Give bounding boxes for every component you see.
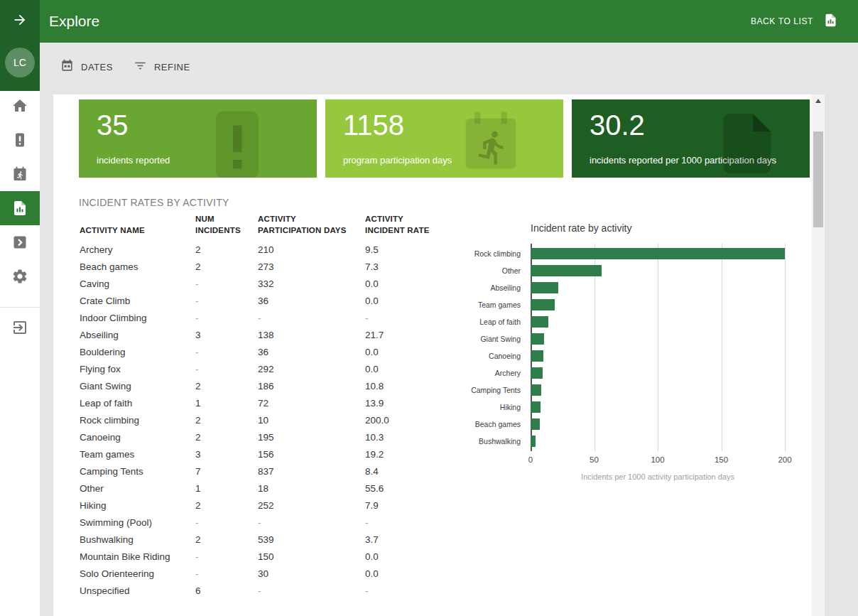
table-cell: Abseiling	[80, 330, 195, 340]
sidebar-item-incident-badge[interactable]	[0, 123, 40, 157]
chart-bar[interactable]	[531, 333, 544, 345]
chart-category-label: Hiking	[462, 399, 526, 416]
chart-bar[interactable]	[531, 350, 543, 362]
table-cell: -	[195, 347, 258, 357]
table-row: Rock climbing210200.0	[80, 411, 450, 428]
section-title: INCIDENT RATES BY ACTIVITY	[79, 197, 229, 208]
sidebar-item-activity-calendar[interactable]	[0, 157, 40, 191]
scrollbar-up-arrow[interactable]	[812, 94, 825, 107]
chart-category-label: Rock climbing	[462, 245, 526, 262]
stat-card-rate: 30.2 incidents reported per 1000 partici…	[572, 99, 810, 178]
chart-bar[interactable]	[531, 436, 536, 447]
chart-bar[interactable]	[531, 418, 540, 430]
sidebar-item-home[interactable]	[0, 89, 40, 123]
table-cell: 138	[258, 330, 365, 340]
avatar[interactable]: LC	[5, 48, 35, 77]
chart-bar[interactable]	[531, 401, 541, 413]
stat-value: 35	[97, 109, 129, 141]
refine-button[interactable]: REFINE	[134, 59, 190, 75]
sidebar-item-settings-gear[interactable]	[0, 259, 40, 293]
chart-bar[interactable]	[531, 299, 555, 310]
table-cell: 13.9	[365, 398, 450, 409]
table-row: Unspecified6--	[80, 582, 450, 599]
table-cell: 19.2	[365, 449, 450, 460]
chart-bar[interactable]	[531, 384, 541, 396]
table-row: Hiking22527.9	[80, 497, 450, 514]
chart-row: Abseiling	[462, 279, 795, 296]
table-header: ACTIVITY NAMENUMINCIDENTSACTIVITYPARTICI…	[80, 214, 450, 236]
table-cell: 55.6	[365, 483, 450, 494]
table-row: Other11855.6	[80, 480, 450, 497]
chart-bars: Rock climbingOtherAbseilingTeam gamesLea…	[462, 245, 795, 450]
table-cell: 9.5	[365, 244, 450, 255]
table-cell: -	[195, 517, 258, 528]
chart-category-label: Bushwalking	[462, 433, 526, 450]
table-cell: 156	[258, 449, 365, 460]
stat-label: program participation days	[343, 155, 452, 166]
chart-category-label: Leap of faith	[462, 313, 526, 330]
table-cell: 332	[258, 279, 365, 289]
table-cell: 18	[258, 483, 365, 494]
table-cell: 10	[258, 415, 365, 426]
table-cell: -	[195, 296, 258, 306]
table-row: Crate Climb-360.0	[80, 292, 450, 309]
table-cell: 7.3	[365, 261, 450, 272]
table-cell: Flying fox	[80, 364, 195, 374]
table-cell: 195	[258, 432, 365, 443]
dates-button[interactable]: DATES	[60, 59, 113, 75]
chart-x-ticks: 050100150200	[462, 455, 795, 467]
table-row: Team games315619.2	[80, 445, 450, 463]
back-to-list-button[interactable]: BACK TO LIST	[751, 0, 838, 43]
table-cell: 2	[195, 415, 258, 426]
table-cell: 292	[258, 364, 365, 374]
toolbar: DATES REFINE	[40, 43, 858, 91]
sidebar-item-chevron-right-box[interactable]	[0, 225, 40, 259]
chart-x-axis-label: Incidents per 1000 activity participatio…	[531, 472, 785, 481]
table-cell: 72	[258, 398, 365, 409]
x-tick-label: 150	[715, 455, 728, 464]
table-cell: -	[195, 551, 258, 562]
chart-category-label: Beach games	[462, 416, 526, 433]
table-cell: 210	[258, 244, 365, 255]
chart-row: Canoeing	[462, 347, 795, 364]
exit-icon	[11, 319, 28, 336]
sidebar-item-report-document[interactable]	[0, 191, 40, 225]
table-cell: Bushwalking	[80, 534, 195, 545]
sidebar-divider	[0, 307, 40, 308]
stat-cards-row: 35 incidents reported 1158 program parti…	[79, 99, 810, 178]
table-row: Bouldering-360.0	[80, 343, 450, 360]
sidebar: LC	[0, 0, 40, 616]
page-title: Explore	[49, 13, 99, 30]
incident-badge-icon	[195, 102, 280, 178]
x-tick-label: 0	[528, 455, 533, 464]
chart-bar[interactable]	[531, 316, 548, 328]
chart-bar[interactable]	[531, 367, 543, 379]
table-cell: -	[258, 313, 365, 323]
report-document-icon	[712, 108, 783, 178]
chart-bar[interactable]	[531, 248, 785, 259]
table-cell: Mountain Bike Riding	[80, 551, 195, 562]
table-cell: Canoeing	[80, 432, 195, 443]
table-cell: Hiking	[80, 500, 195, 511]
chart-bar[interactable]	[531, 282, 558, 293]
table-cell: 10.3	[365, 432, 450, 443]
table-cell: 2	[195, 261, 258, 272]
table-cell: Team games	[80, 449, 195, 460]
table-cell: Archery	[80, 244, 195, 255]
table-cell: 539	[258, 534, 365, 545]
column-header: ACTIVITYINCIDENT RATE	[365, 214, 450, 236]
chart-category-label: Giant Swing	[462, 330, 526, 347]
chart-category-label: Canoeing	[462, 347, 526, 364]
scrollbar-thumb[interactable]	[813, 131, 823, 227]
x-tick-label: 200	[778, 455, 791, 464]
calendar-icon	[60, 59, 74, 75]
app-header: Explore BACK TO LIST	[40, 0, 858, 43]
table-cell: 0.0	[365, 347, 450, 357]
table-cell: 0.0	[365, 279, 450, 289]
table-cell: 3	[195, 330, 258, 340]
sidebar-item-exit[interactable]	[0, 310, 40, 345]
table-cell: -	[365, 517, 450, 528]
arrow-forward-icon[interactable]	[12, 12, 28, 28]
chart-bar[interactable]	[531, 265, 602, 276]
table-cell: 2	[195, 534, 258, 545]
